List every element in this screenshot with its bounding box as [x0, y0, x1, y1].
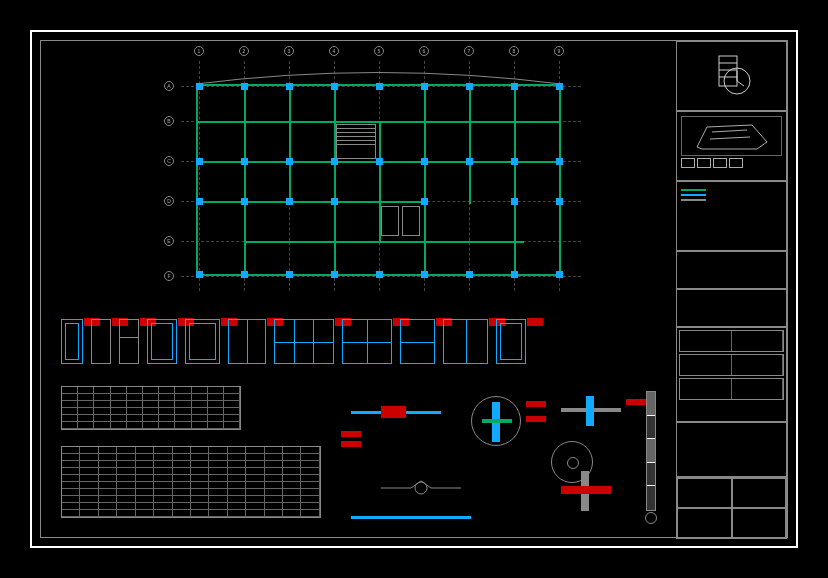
column [421, 198, 428, 205]
door-elevation[interactable] [91, 319, 111, 364]
section-detail-3[interactable] [351, 516, 471, 519]
jamb-detail[interactable] [561, 471, 611, 511]
table-row [62, 482, 320, 489]
legend-swatch [681, 194, 706, 196]
key-plan [676, 111, 787, 181]
signatures-box [676, 327, 787, 422]
door-elevation[interactable] [228, 319, 266, 364]
column [286, 271, 293, 278]
column [421, 158, 428, 165]
grid-bubble: 5 [374, 46, 384, 56]
grid-bubble: A [164, 81, 174, 91]
column [511, 198, 518, 205]
column [376, 271, 383, 278]
detail-circle-1[interactable] [471, 396, 521, 446]
svg-point-0 [415, 482, 427, 494]
window-elevation[interactable] [274, 319, 334, 364]
wall [244, 241, 524, 243]
wall [289, 84, 291, 204]
sheet-cell [732, 478, 787, 508]
grid-bubble: B [164, 116, 174, 126]
door-elevation[interactable] [185, 319, 220, 364]
column [421, 83, 428, 90]
column [241, 198, 248, 205]
titleblock-field [676, 289, 787, 327]
table-row [62, 461, 320, 468]
column [466, 158, 473, 165]
annotation-tag [526, 401, 546, 407]
wall [469, 84, 471, 204]
grid-bubble: D [164, 196, 174, 206]
floor-plan[interactable]: 1 2 3 4 5 6 7 8 9 A B C D E F [156, 46, 586, 301]
legend-swatch [681, 199, 706, 201]
section-detail-1[interactable] [351, 401, 441, 426]
column [331, 198, 338, 205]
grid-bubble: F [164, 271, 174, 281]
window-elevation[interactable] [443, 319, 488, 364]
door-elevation[interactable] [61, 319, 83, 364]
table-row [62, 394, 240, 401]
grid-bubble: 6 [419, 46, 429, 56]
main-drawing-area[interactable]: 1 2 3 4 5 6 7 8 9 A B C D E F [41, 41, 681, 541]
column [286, 198, 293, 205]
column [331, 271, 338, 278]
drawing-border: 1 2 3 4 5 6 7 8 9 A B C D E F [40, 40, 788, 538]
sheet-number-box [676, 477, 787, 539]
column [511, 271, 518, 278]
door-elevation[interactable] [119, 319, 139, 364]
grid-bubble: 7 [464, 46, 474, 56]
window-elevation[interactable] [400, 319, 435, 364]
column [466, 83, 473, 90]
title-block [676, 41, 787, 541]
door-elevations-row [61, 319, 671, 374]
sheet-cell [732, 508, 787, 538]
door-schedule-1[interactable] [61, 386, 241, 430]
wall [424, 84, 426, 274]
grid-bubble: 4 [329, 46, 339, 56]
frame-detail[interactable] [561, 396, 621, 426]
legend-box [676, 181, 787, 251]
column [241, 158, 248, 165]
column [331, 158, 338, 165]
table-row [62, 489, 320, 496]
sheet-cell [677, 508, 732, 538]
scale-origin-icon [645, 512, 657, 524]
section-detail-2[interactable] [371, 471, 471, 506]
window-elevation[interactable] [496, 319, 526, 364]
legend-swatch [681, 189, 706, 191]
stairs [336, 124, 376, 159]
titleblock-field [676, 251, 787, 289]
table-row [62, 454, 320, 461]
gridline [199, 61, 200, 291]
grid-bubble: C [164, 156, 174, 166]
keyplan-legend [681, 158, 782, 168]
institution-logo [676, 41, 787, 111]
annotation-tag [341, 441, 361, 447]
grid-bubble: 3 [284, 46, 294, 56]
table-row [62, 447, 320, 454]
grid-bubble: 9 [554, 46, 564, 56]
annotation-tag [526, 416, 546, 422]
column [556, 158, 563, 165]
column [196, 158, 203, 165]
column [286, 158, 293, 165]
column [466, 271, 473, 278]
annotation-tag [341, 431, 361, 437]
table-row [62, 475, 320, 482]
column [376, 158, 383, 165]
column [286, 83, 293, 90]
table-row [62, 503, 320, 510]
signature-row [679, 354, 784, 376]
sheet-cell [677, 478, 732, 508]
column [241, 271, 248, 278]
door-tag [527, 318, 543, 326]
column [196, 83, 203, 90]
table-row [62, 415, 240, 422]
annotation-tag [626, 399, 646, 405]
wall [334, 84, 336, 274]
door-schedule-2[interactable] [61, 446, 321, 518]
window-elevation[interactable] [342, 319, 392, 364]
door-elevation[interactable] [147, 319, 177, 364]
table-row [62, 422, 240, 429]
wall [244, 84, 246, 274]
